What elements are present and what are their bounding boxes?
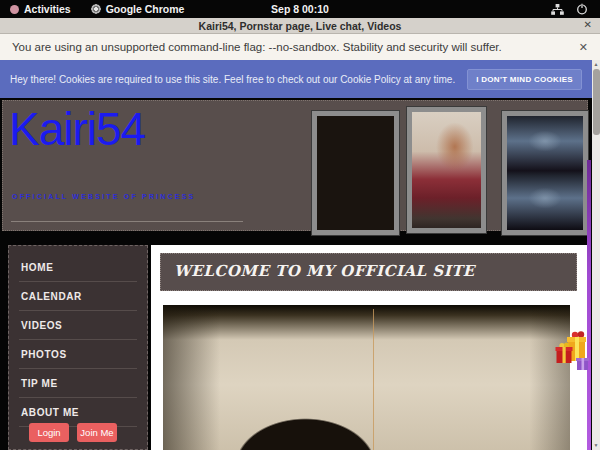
cookie-banner: Hey there! Cookies are required to use t… <box>0 60 592 98</box>
sidebar-nav: HOME CALENDAR VIDEOS PHOTOS TIP ME ABOUT… <box>9 253 147 427</box>
app-menu-label: Google Chrome <box>106 3 185 15</box>
window-close-button[interactable]: ✕ <box>584 19 592 30</box>
scrollbar[interactable]: ▲ ▼ <box>592 60 600 450</box>
header-photo-thumbnail-2[interactable] <box>407 107 486 233</box>
main-content: WELCOME TO MY OFFICIAL SITE <box>151 245 587 450</box>
sidebar-item-home[interactable]: HOME <box>19 253 137 282</box>
header-divider <box>11 221 243 222</box>
login-button[interactable]: Login <box>29 423 69 442</box>
sidebar: HOME CALENDAR VIDEOS PHOTOS TIP ME ABOUT… <box>8 245 148 450</box>
header-photo-thumbnail-3[interactable] <box>502 111 588 235</box>
sidebar-item-photos[interactable]: PHOTOS <box>19 340 137 369</box>
cookie-message: Hey there! Cookies are required to use t… <box>10 74 455 85</box>
sidebar-item-videos[interactable]: VIDEOS <box>19 311 137 340</box>
power-icon[interactable] <box>576 3 588 15</box>
scroll-thumb[interactable] <box>593 69 600 135</box>
web-page: Kairi54 OFFICIALL WEBSITE OF PRINCESS HO… <box>0 98 592 450</box>
window-title-bar: Kairi54, Pornstar page, Live chat, Video… <box>0 18 600 34</box>
site-header: Kairi54 OFFICIALL WEBSITE OF PRINCESS <box>2 100 588 231</box>
header-photo-thumbnail-1[interactable] <box>312 111 399 235</box>
chrome-icon <box>91 4 101 14</box>
site-tagline: OFFICIALL WEBSITE OF PRINCESS <box>12 193 195 200</box>
gift-icon[interactable] <box>555 327 592 374</box>
photo-detail-line <box>373 309 374 450</box>
warning-close-button[interactable]: ✕ <box>579 41 588 54</box>
join-button[interactable]: Join Me <box>77 423 117 442</box>
welcome-heading: WELCOME TO MY OFFICIAL SITE <box>160 253 577 291</box>
main-photo <box>163 305 570 450</box>
sidebar-item-tip-me[interactable]: TIP ME <box>19 369 137 398</box>
purple-edge-divider <box>587 160 591 450</box>
activities-button[interactable]: Activities <box>0 0 81 18</box>
site-title[interactable]: Kairi54 <box>9 103 145 156</box>
system-top-bar: Activities Google Chrome Sep 8 00:10 <box>0 0 600 18</box>
scroll-up-button[interactable]: ▲ <box>592 60 600 69</box>
window-title: Kairi54, Pornstar page, Live chat, Video… <box>199 20 402 32</box>
warning-bar: You are using an unsupported command-lin… <box>0 34 600 60</box>
desktop-screen: Activities Google Chrome Sep 8 00:10 <box>0 0 600 450</box>
network-icon[interactable] <box>551 4 564 15</box>
cookie-accept-button[interactable]: I DON'T MIND COOKIES <box>467 69 582 90</box>
sidebar-item-calendar[interactable]: CALENDAR <box>19 282 137 311</box>
app-menu-button[interactable]: Google Chrome <box>81 0 195 18</box>
activities-icon <box>10 5 19 14</box>
warning-text: You are using an unsupported command-lin… <box>12 41 502 53</box>
scroll-down-button[interactable]: ▼ <box>592 441 600 450</box>
activities-label: Activities <box>24 3 71 15</box>
